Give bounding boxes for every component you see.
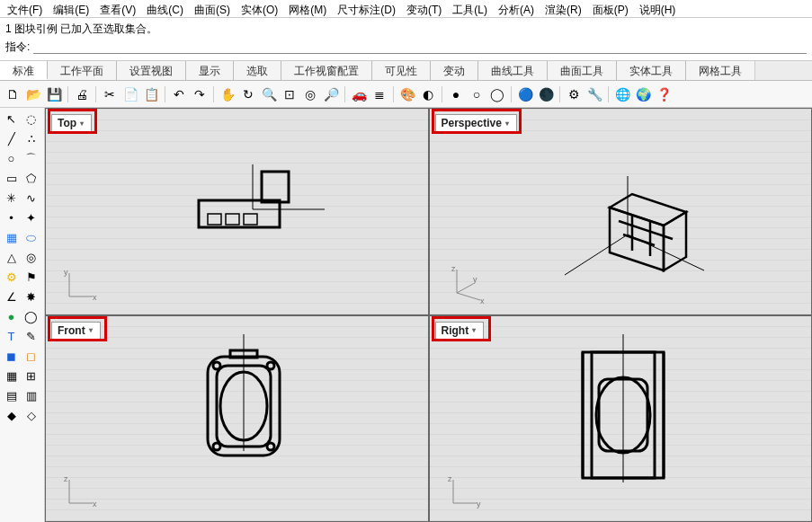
misc-tool[interactable]: ◆ — [2, 406, 21, 425]
tab-solid-tools[interactable]: 实体工具 — [617, 61, 686, 80]
tab-select[interactable]: 选取 — [234, 61, 281, 80]
separator — [608, 86, 609, 102]
angle-tool[interactable]: ∠ — [2, 288, 21, 306]
menu-view[interactable]: 查看(V) — [96, 2, 139, 15]
pt-tool[interactable]: • — [2, 208, 21, 227]
pan-button[interactable]: ✋ — [219, 85, 236, 103]
help-button[interactable]: ❓ — [655, 85, 673, 103]
sphere-button[interactable]: 🔵 — [516, 85, 534, 103]
layers-button[interactable]: ≣ — [370, 85, 388, 103]
burst-tool[interactable]: ✸ — [22, 288, 40, 306]
gear-y-tool[interactable]: ⚙ — [2, 268, 21, 287]
menu-transform[interactable]: 变动(T) — [403, 2, 445, 15]
misc2-tool[interactable]: ◇ — [22, 406, 40, 425]
tab-curve-tools[interactable]: 曲线工具 — [478, 61, 548, 80]
flag-tool[interactable]: ⚑ — [22, 268, 40, 287]
menu-panel[interactable]: 面板(P) — [589, 2, 632, 15]
undo-button[interactable]: ↶ — [170, 85, 188, 103]
menu-render[interactable]: 渲染(R) — [541, 2, 585, 15]
tab-cplane[interactable]: 工作平面 — [48, 61, 117, 80]
menu-surface[interactable]: 曲面(S) — [191, 2, 234, 15]
circ-tool[interactable]: ◯ — [22, 307, 40, 326]
render-button[interactable]: 🚗 — [350, 85, 368, 103]
tab-surface-tools[interactable]: 曲面工具 — [548, 61, 617, 80]
svg-rect-3 — [262, 172, 289, 202]
tab-viewport-layout[interactable]: 工作视窗配置 — [281, 61, 372, 80]
gear2-button[interactable]: 🔧 — [585, 85, 603, 103]
separator — [95, 86, 96, 102]
menu-dimension[interactable]: 尺寸标注(D) — [334, 2, 399, 15]
tab-visibility[interactable]: 可见性 — [372, 61, 431, 80]
save-button[interactable]: 💾 — [45, 85, 63, 103]
rect-tool[interactable]: ▭ — [2, 169, 21, 188]
explode-tool[interactable]: ✦ — [22, 208, 40, 227]
ball-g-tool[interactable]: ● — [2, 307, 21, 326]
menu-solid[interactable]: 实体(O) — [237, 2, 281, 15]
menu-curve[interactable]: 曲线(C) — [143, 2, 187, 15]
viewport-front[interactable]: Front ▾ xz — [45, 315, 429, 523]
zoom-sel-button[interactable]: ◎ — [301, 85, 319, 103]
viewport-right[interactable]: Right ▾ yz — [429, 315, 813, 523]
globe1-button[interactable]: 🌐 — [613, 85, 631, 103]
cut-button[interactable]: ✂ — [101, 85, 119, 103]
note-tool[interactable]: ✎ — [22, 327, 40, 346]
blk2-tool[interactable]: ▥ — [22, 386, 40, 405]
tab-mesh-tools[interactable]: 网格工具 — [686, 61, 755, 80]
wire-button[interactable]: ◯ — [488, 85, 506, 103]
redo-button[interactable]: ↷ — [191, 85, 209, 103]
zoom-win-button[interactable]: 🔍 — [260, 85, 278, 103]
arrow-tool[interactable]: ↖ — [2, 110, 21, 128]
grid2-tool[interactable]: ⊞ — [22, 367, 40, 385]
paste-button[interactable]: 📋 — [142, 85, 160, 103]
menu-tools[interactable]: 工具(L) — [449, 2, 491, 15]
color-wheel-button[interactable]: 🎨 — [398, 85, 416, 103]
viewport-top[interactable]: Top ▾ xy — [45, 108, 429, 315]
tab-display[interactable]: 显示 — [186, 61, 234, 80]
copy-button[interactable]: 📄 — [121, 85, 139, 103]
cone-tool[interactable]: △ — [2, 248, 21, 267]
lasso-tool[interactable]: ◌ — [22, 110, 40, 128]
zoom-ext-button[interactable]: ⊡ — [281, 85, 299, 103]
globe2-button[interactable]: 🌍 — [634, 85, 652, 103]
curve-tool[interactable]: ∿ — [22, 189, 40, 208]
menu-edit[interactable]: 编辑(E) — [49, 2, 93, 15]
poly-tool[interactable]: ⬠ — [22, 169, 40, 188]
viewport-label-front[interactable]: Front ▾ — [51, 322, 101, 340]
cyl-tool[interactable]: ⬭ — [22, 228, 40, 247]
tab-transform[interactable]: 变动 — [431, 61, 478, 80]
torus-tool[interactable]: ◎ — [22, 248, 40, 267]
cube-o-tool[interactable]: ◻ — [22, 347, 40, 366]
viewport-perspective[interactable]: Perspective ▾ — [429, 108, 813, 315]
grid-tool[interactable]: ▦ — [2, 367, 21, 385]
viewport-label-perspective[interactable]: Perspective ▾ — [435, 114, 517, 132]
command-input[interactable] — [33, 41, 807, 54]
new-button[interactable]: 🗋 — [4, 85, 22, 103]
arc-tool[interactable]: ⌒ — [22, 149, 40, 168]
text-tool[interactable]: T — [2, 327, 21, 346]
ghost-button[interactable]: ○ — [468, 85, 486, 103]
rotate-button[interactable]: ↻ — [239, 85, 257, 103]
shade-button[interactable]: ● — [447, 85, 465, 103]
viewport-label-right[interactable]: Right ▾ — [435, 322, 485, 340]
box-tool[interactable]: ▦ — [2, 228, 21, 247]
blk-tool[interactable]: ▤ — [2, 386, 21, 405]
menu-file[interactable]: 文件(F) — [4, 2, 46, 15]
star-tool[interactable]: ✳ — [2, 189, 21, 208]
tab-setview[interactable]: 设置视图 — [117, 61, 186, 80]
tab-standard[interactable]: 标准 — [0, 61, 48, 80]
menu-mesh[interactable]: 网格(M) — [285, 2, 330, 15]
zoom-dyn-button[interactable]: 🔎 — [322, 85, 340, 103]
pts-tool[interactable]: ∴ — [22, 129, 40, 148]
cube-b-tool[interactable]: ◼ — [2, 347, 21, 366]
menu-analyze[interactable]: 分析(A) — [495, 2, 538, 15]
display-mode-button[interactable]: ◐ — [419, 85, 437, 103]
viewport-label-top[interactable]: Top ▾ — [51, 114, 92, 132]
menu-help[interactable]: 说明(H) — [636, 2, 680, 15]
open-button[interactable]: 📂 — [24, 85, 42, 103]
sphere2-button[interactable]: 🌑 — [537, 85, 555, 103]
gear-button[interactable]: ⚙ — [565, 85, 583, 103]
circle-tool[interactable]: ○ — [2, 149, 21, 168]
separator — [442, 86, 442, 102]
line-tool[interactable]: ╱ — [2, 129, 21, 148]
print-button[interactable]: 🖨 — [73, 85, 91, 103]
